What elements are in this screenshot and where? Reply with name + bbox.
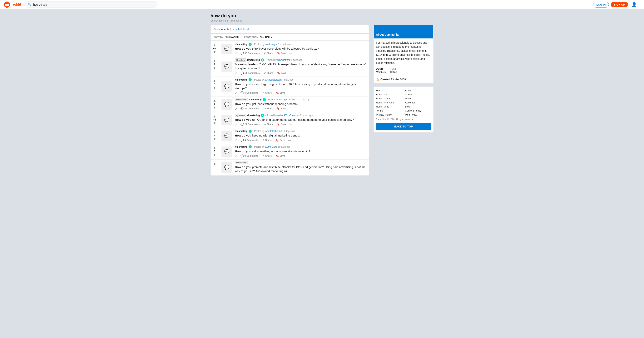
save-button[interactable]: 🔖 Save — [275, 154, 286, 158]
downvote-button[interactable]: ▼ — [213, 122, 216, 125]
separator: · — [242, 36, 242, 38]
comments-button[interactable]: 💬 5 Comments — [240, 91, 259, 95]
posts-from-dropdown[interactable]: ALL TIME ▾ — [260, 36, 272, 38]
expand-icon[interactable]: ⤢ — [235, 123, 238, 126]
share-button[interactable]: ↗ Share — [262, 138, 272, 142]
community-created: 🎂 Created 23 Mar 2008 — [376, 76, 431, 81]
post-title[interactable]: Marketing leaders (CMO, VP, Dir, Manager… — [235, 62, 367, 70]
search-input[interactable] — [33, 3, 155, 6]
all-of-reddit-link[interactable]: all of Reddit → — [236, 28, 254, 31]
footer-link-advertise[interactable]: Advertise — [405, 101, 431, 104]
subreddit-link[interactable]: r/marketing — [247, 59, 260, 61]
post-title[interactable]: How do you promote and distribute eBooks… — [235, 165, 367, 173]
comments-button[interactable]: 💬 21 Comments — [240, 122, 260, 126]
comments-icon: 💬 — [240, 52, 244, 55]
author-link[interactable]: u/wflanagan — [265, 43, 278, 46]
vote-column: ▲ 1 ▼ — [211, 98, 218, 110]
subreddit-link[interactable]: r/marketing — [235, 78, 248, 81]
comments-button[interactable]: 💬 4 Comments — [240, 138, 259, 142]
author-link[interactable]: u/mugen_is_here — [279, 98, 297, 101]
login-button[interactable]: LOG IN — [593, 2, 609, 8]
back-to-top-button[interactable]: BACK TO TOP — [376, 123, 431, 130]
footer-link-careers[interactable]: Careers — [405, 93, 431, 96]
more-options-button[interactable]: ··· — [289, 107, 292, 110]
upvote-button[interactable]: ▲ — [213, 114, 216, 118]
downvote-button[interactable]: ▼ — [213, 153, 216, 156]
share-button[interactable]: ↗ Share — [263, 107, 274, 110]
downvote-button[interactable]: ▼ — [213, 66, 216, 70]
search-bar[interactable]: 🔍 — [25, 1, 158, 8]
upvote-button[interactable]: ▲ — [213, 79, 216, 82]
footer-link-help[interactable]: Help — [376, 89, 402, 92]
author-link[interactable]: u/turtlethehermit — [265, 130, 282, 132]
author-link[interactable]: u/LtheMane — [265, 146, 277, 148]
expand-icon[interactable]: ⤢ — [235, 91, 238, 95]
author-link[interactable]: u/Kpopaddiction — [265, 78, 282, 81]
subreddit-link[interactable]: r/marketing — [235, 43, 248, 46]
post-title[interactable]: How do you sell something nobody wants/i… — [235, 149, 367, 153]
more-options-button[interactable]: ··· — [288, 91, 291, 94]
share-button[interactable]: ↗ Share — [263, 71, 274, 75]
footer-link-reddit-app[interactable]: Reddit App — [376, 93, 402, 96]
downvote-button[interactable]: ▼ — [213, 86, 216, 90]
comments-button[interactable]: 💬 11 Comments — [240, 71, 260, 75]
footer-link-reddit-coins[interactable]: Reddit Coins — [376, 97, 402, 100]
footer-link-mod-policy[interactable]: Mod Policy — [405, 113, 431, 116]
footer-link-about[interactable]: About — [405, 89, 431, 92]
save-button[interactable]: 🔖 Save — [276, 122, 287, 126]
comments-button[interactable]: 💬 9 Comments — [240, 154, 259, 158]
more-options-button[interactable]: ··· — [288, 138, 291, 142]
share-button[interactable]: ↗ Share — [263, 122, 274, 126]
more-options-button[interactable]: ··· — [289, 52, 292, 55]
footer-link-terms[interactable]: Terms — [376, 109, 402, 112]
upvote-button[interactable]: ▲ — [213, 59, 216, 63]
footer-link-reddit-gifts[interactable]: Reddit Gifts — [376, 105, 402, 108]
comments-button[interactable]: 💬 53 Comments — [240, 51, 260, 55]
upvote-button[interactable]: ▲ — [213, 99, 216, 102]
expand-icon[interactable]: ⤢ — [235, 52, 238, 55]
share-button[interactable]: ↗ Share — [263, 51, 274, 55]
upvote-button[interactable]: ▲ — [213, 162, 216, 165]
post-title[interactable]: How do you get leads without spending a … — [235, 102, 367, 106]
post-title[interactable]: How do you think buyer psychology will b… — [235, 46, 367, 50]
expand-icon[interactable]: ⤢ — [235, 71, 238, 75]
footer-link-content-policy[interactable]: Content Policy — [405, 109, 431, 112]
expand-icon[interactable]: ⤢ — [235, 138, 238, 142]
author-link[interactable]: u/KnightXtrix — [278, 59, 290, 61]
comments-button[interactable]: 💬 26 Comments — [240, 107, 260, 110]
post-title[interactable]: How do you run A/B pricing experiments w… — [235, 118, 367, 122]
subreddit-link[interactable]: r/marketing — [247, 114, 260, 117]
footer-link-privacy-policy[interactable]: Privacy Policy — [376, 113, 402, 116]
expand-icon[interactable]: ⤢ — [235, 154, 238, 158]
expand-icon[interactable]: ⤢ — [235, 107, 238, 110]
share-button[interactable]: ↗ Share — [262, 154, 272, 158]
save-button[interactable]: 🔖 Save — [275, 138, 286, 142]
reddit-logo[interactable]: reddit — [4, 2, 21, 8]
more-options-button[interactable]: ··· — [289, 123, 292, 126]
downvote-button[interactable]: ▼ — [213, 50, 216, 54]
upvote-button[interactable]: ▲ — [213, 44, 216, 47]
subreddit-link[interactable]: r/marketing — [235, 146, 248, 148]
post-title[interactable]: How do you keep up with digital marketin… — [235, 134, 367, 138]
save-button[interactable]: 🔖 Save — [276, 71, 287, 75]
footer-link-reddit-premium[interactable]: Reddit Premium — [376, 101, 402, 104]
footer-link-press[interactable]: Press — [405, 97, 431, 100]
save-button[interactable]: 🔖 Save — [276, 107, 287, 110]
share-button[interactable]: ↗ Share — [262, 91, 272, 95]
more-options-button[interactable]: ··· — [288, 154, 291, 158]
subreddit-link[interactable]: r/marketing — [235, 130, 248, 132]
signup-button[interactable]: SIGN UP — [611, 2, 628, 7]
upvote-button[interactable]: ▲ — [213, 130, 216, 134]
more-options-button[interactable]: ··· — [289, 71, 292, 75]
upvote-button[interactable]: ▲ — [213, 146, 216, 150]
save-button[interactable]: 🔖 Save — [275, 91, 286, 95]
post-title[interactable]: How do you create target segments for a … — [235, 82, 367, 90]
save-button[interactable]: 🔖 Save — [276, 51, 287, 55]
user-menu[interactable]: 👤 ▾ — [630, 1, 640, 8]
footer-link-blog[interactable]: Blog — [405, 105, 431, 108]
sort-by-dropdown[interactable]: RELEVANCE ▾ — [225, 36, 240, 38]
downvote-button[interactable]: ▼ — [213, 106, 216, 109]
author-link[interactable]: u/checkYourCalendar — [278, 114, 299, 117]
subreddit-link[interactable]: r/marketing — [249, 98, 262, 101]
downvote-button[interactable]: ▼ — [213, 137, 216, 141]
